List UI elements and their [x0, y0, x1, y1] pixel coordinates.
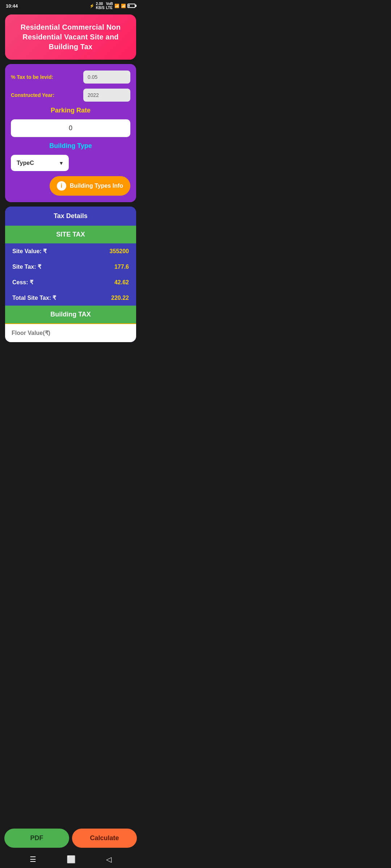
tax-details-title: Tax Details	[5, 207, 136, 226]
building-types-info-button[interactable]: i Building Types Info	[50, 176, 130, 196]
tax-level-row: % Tax to be levid:	[11, 71, 130, 84]
info-icon: i	[57, 181, 66, 191]
tax-details-section: Tax Details SITE TAX Site Value: ₹ 35520…	[5, 207, 136, 342]
cess-label: Cess: ₹	[12, 279, 33, 286]
total-site-tax-row: Total Site Tax: ₹ 220.22	[5, 290, 136, 306]
page-title: Residential Commercial Non Residential V…	[12, 22, 129, 52]
building-types-info-label: Building Types Info	[70, 183, 123, 189]
header-card: Residential Commercial Non Residential V…	[5, 14, 136, 60]
battery-icon: 24	[127, 4, 135, 8]
status-bar: 10:44 ⚡ 2.00KB/S VoBLTE 📶 📶 24	[0, 0, 141, 12]
cess-value: 42.62	[114, 279, 129, 286]
site-tax-value: 177.6	[114, 264, 129, 270]
constructed-year-row: Constructed Year:	[11, 89, 130, 102]
building-type-wrapper: TypeA TypeB TypeC TypeD ▼	[11, 155, 69, 171]
cess-row: Cess: ₹ 42.62	[5, 275, 136, 290]
signal-bars-main: 📶	[121, 4, 126, 8]
network-type: VoBLTE	[106, 2, 113, 10]
building-type-select[interactable]: TypeA TypeB TypeC TypeD	[11, 155, 69, 171]
site-value: 355200	[110, 248, 129, 255]
parking-rate-title: Parking Rate	[11, 107, 130, 114]
main-content: Residential Commercial Non Residential V…	[0, 12, 141, 375]
building-tax-header: Building TAX	[5, 306, 136, 323]
site-value-row: Site Value: ₹ 355200	[5, 243, 136, 259]
bluetooth-icon: ⚡	[89, 4, 94, 8]
signal-bars-4g: 📶	[114, 4, 119, 8]
total-site-tax-value: 220.22	[111, 295, 129, 301]
constructed-year-label: Constructed Year:	[11, 92, 80, 98]
total-site-tax-label: Total Site Tax: ₹	[12, 294, 56, 301]
site-tax-header: SITE TAX	[5, 226, 136, 243]
data-speed: 2.00KB/S	[96, 2, 105, 10]
status-icons: ⚡ 2.00KB/S VoBLTE 📶 📶 24	[89, 2, 135, 10]
tax-level-input[interactable]	[83, 71, 130, 84]
site-tax-label: Site Tax: ₹	[12, 263, 41, 270]
tax-level-label: % Tax to be levid:	[11, 74, 80, 80]
constructed-year-input[interactable]	[83, 89, 130, 102]
form-section: % Tax to be levid: Constructed Year: Par…	[5, 64, 136, 202]
time: 10:44	[6, 3, 18, 9]
parking-rate-input[interactable]	[11, 119, 130, 137]
building-type-title: Building Type	[11, 142, 130, 150]
floor-value-input[interactable]	[5, 324, 136, 342]
battery-level: 24	[130, 4, 133, 8]
site-value-label: Site Value: ₹	[12, 248, 47, 255]
site-tax-row: Site Tax: ₹ 177.6	[5, 259, 136, 275]
